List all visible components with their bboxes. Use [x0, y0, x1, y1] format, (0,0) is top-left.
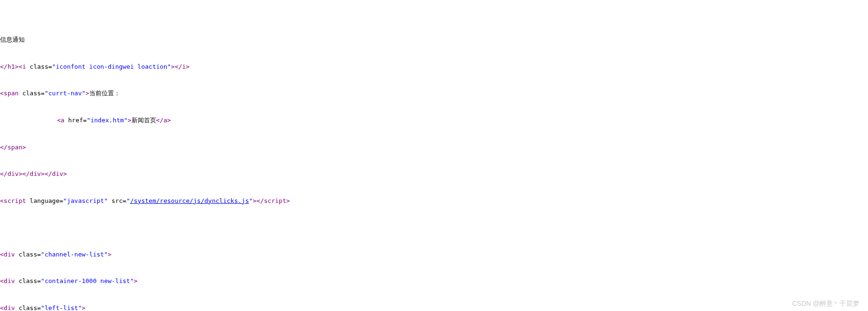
line-a-index: <a href="index.htm">新闻首页</a> [0, 116, 868, 125]
link-dynclicks-js[interactable]: /system/resource/js/dynclicks.js [130, 197, 249, 204]
heading-text: 信息通知 [0, 36, 868, 45]
line-div-container: <div class="container-1000 new-list"> [0, 277, 868, 286]
blank-line [0, 223, 868, 232]
line-script-dynclicks: <script language="javascript" src="/syst… [0, 197, 868, 206]
line-span-open: <span class="currt-nav">当前位置： [0, 89, 868, 98]
line-div-channel: <div class="channel-new-list"> [0, 250, 868, 259]
line-span-close: </span> [0, 143, 868, 152]
line-h1-close: </h1><i class="iconfont icon-dingwei loa… [0, 63, 868, 72]
line-div-close-double: </div></div></div> [0, 170, 868, 179]
line-div-left: <div class="left-list"> [0, 304, 868, 311]
